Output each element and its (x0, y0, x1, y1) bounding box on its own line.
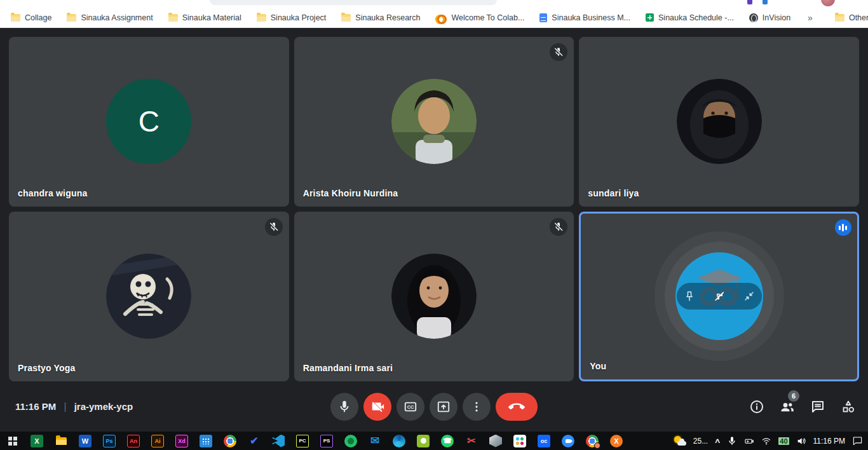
xd-icon[interactable]: Xd (175, 435, 188, 447)
greenapp-icon[interactable] (344, 435, 357, 447)
illustrator-icon[interactable]: Ai (151, 435, 164, 447)
snip-icon[interactable]: ✂ (465, 435, 478, 447)
remove-tile-icon[interactable] (713, 290, 726, 303)
invision-icon (749, 13, 758, 22)
system-tray: 25... ∧ 40 (674, 436, 863, 446)
participant-tile-prastyo[interactable]: Prastyo Yoga (9, 212, 289, 381)
avatar-photo (677, 79, 762, 164)
colab-icon (435, 14, 447, 22)
animate-glyph: An (130, 438, 137, 444)
word-icon[interactable]: W (79, 435, 92, 447)
participant-count-badge: 6 (788, 390, 799, 402)
bookmark-sinauka-business[interactable]: Sinauka Business M... (534, 11, 636, 25)
chat-button[interactable] (810, 399, 826, 415)
zoomapp-icon[interactable] (562, 435, 574, 447)
pin-icon[interactable] (683, 290, 696, 303)
calendar-icon[interactable] (200, 435, 212, 447)
todo-icon[interactable]: ✔ (248, 435, 261, 447)
bookmark-sinauka-project[interactable]: Sinauka Project (251, 11, 332, 25)
docs-icon (539, 13, 547, 22)
mic-muted-icon (265, 218, 283, 236)
participant-tile-ramandani[interactable]: Ramandani Irma sari (294, 212, 574, 381)
omnibox-partial[interactable] (210, 0, 497, 5)
participant-grid: C chandra wiguna (9, 37, 859, 381)
taskbar-clock[interactable]: 11:16 PM (813, 437, 845, 446)
tray-chevron-icon[interactable]: ∧ (714, 437, 721, 445)
bookmark-collage[interactable]: Collage (5, 11, 57, 25)
photoshop-icon[interactable]: Ps (103, 435, 116, 447)
divider: | (64, 400, 66, 413)
browser-toolbar-partial (0, 0, 868, 8)
bookmark-welcome-to-colab[interactable]: Welcome To Colab... (430, 11, 530, 25)
weather-temp[interactable]: 25... (693, 437, 708, 446)
xampp-icon[interactable]: X (610, 435, 623, 447)
tray-volume-icon[interactable] (796, 436, 806, 446)
mail-icon[interactable]: ✉ (369, 435, 381, 447)
participant-name: Arista Khoiru Nurdina (303, 188, 398, 198)
whatsapp-glyph: ☎ (443, 437, 452, 445)
action-center-icon[interactable] (852, 436, 863, 446)
slack-icon[interactable] (513, 435, 526, 447)
edge-icon[interactable] (393, 435, 405, 447)
leave-call-button[interactable] (496, 393, 538, 421)
animate-icon[interactable]: An (127, 435, 140, 447)
folder-icon (168, 14, 178, 22)
windows-start-icon[interactable] (6, 435, 19, 447)
participant-name: sundari liya (588, 188, 639, 198)
chromeprofile-icon[interactable] (586, 435, 599, 447)
show-participants-button[interactable]: 6 (779, 399, 796, 415)
present-screen-button[interactable] (430, 393, 458, 421)
bookmarks-overflow-chevron-icon[interactable]: » (804, 11, 817, 24)
bookmark-sinauka-research[interactable]: Sinauka Research (336, 11, 426, 25)
tray-battery-icon[interactable] (744, 436, 754, 446)
mic-toggle-button[interactable] (330, 393, 358, 421)
excel-icon[interactable]: X (31, 435, 43, 447)
sheets-icon (646, 13, 654, 22)
present-icon (437, 400, 451, 414)
phpstorm-icon[interactable]: PS (320, 435, 333, 447)
oc-icon[interactable]: oc (538, 435, 550, 447)
captions-button[interactable]: CC (397, 393, 424, 421)
call-end-icon (508, 399, 525, 415)
bookmark-label: Sinauka Schedule -... (658, 13, 734, 22)
extension-icon[interactable] (747, 0, 752, 4)
explorer-icon[interactable] (55, 435, 67, 447)
other-bookmarks-button[interactable]: Other bookmarks (829, 11, 868, 25)
pycharm-icon[interactable]: PC (296, 435, 309, 447)
folder-icon (257, 14, 266, 22)
word-glyph: W (82, 437, 88, 445)
activities-button[interactable] (840, 399, 857, 415)
participant-tile-arista[interactable]: Arista Khoiru Nurdina (294, 37, 574, 207)
netbeans-icon[interactable] (489, 435, 502, 447)
bookmark-invision[interactable]: InVision (743, 11, 796, 25)
tray-mic-icon[interactable] (727, 436, 737, 446)
android-icon[interactable] (417, 435, 430, 447)
folder-icon (341, 14, 351, 22)
vscode-icon[interactable] (272, 435, 285, 447)
tray-wifi-icon[interactable] (761, 436, 771, 446)
folder-icon (11, 14, 20, 22)
weather-icon[interactable] (674, 436, 686, 446)
battery-percent-badge[interactable]: 40 (778, 437, 789, 445)
chrome-icon[interactable] (224, 435, 236, 447)
profile-avatar[interactable] (821, 0, 835, 6)
extension-icon[interactable] (763, 0, 768, 4)
android-glyph (421, 438, 426, 444)
minimize-icon[interactable] (743, 290, 756, 303)
meeting-details-button[interactable] (749, 399, 765, 415)
whatsapp-icon[interactable]: ☎ (441, 435, 454, 447)
bookmark-sinauka-schedule[interactable]: Sinauka Schedule -... (640, 11, 740, 25)
participant-tile-sundari[interactable]: sundari liya (579, 37, 859, 207)
bookmark-label: Sinauka Project (271, 13, 327, 22)
participant-tile-self[interactable]: You (579, 212, 859, 381)
self-tile-hover-actions (677, 283, 762, 310)
more-options-button[interactable] (463, 393, 491, 421)
participant-tile-chandra[interactable]: C chandra wiguna (9, 37, 289, 207)
participant-name: chandra wiguna (18, 188, 87, 198)
camera-toggle-button[interactable] (363, 393, 391, 421)
bookmark-sinauka-assignment[interactable]: Sinauka Assignment (61, 11, 158, 25)
snip-glyph: ✂ (467, 435, 475, 447)
bookmark-sinauka-material[interactable]: Sinauka Material (163, 11, 247, 25)
meeting-code: jra-ymek-ycp (74, 401, 133, 412)
clock-text: 11:16 PM (15, 401, 56, 412)
